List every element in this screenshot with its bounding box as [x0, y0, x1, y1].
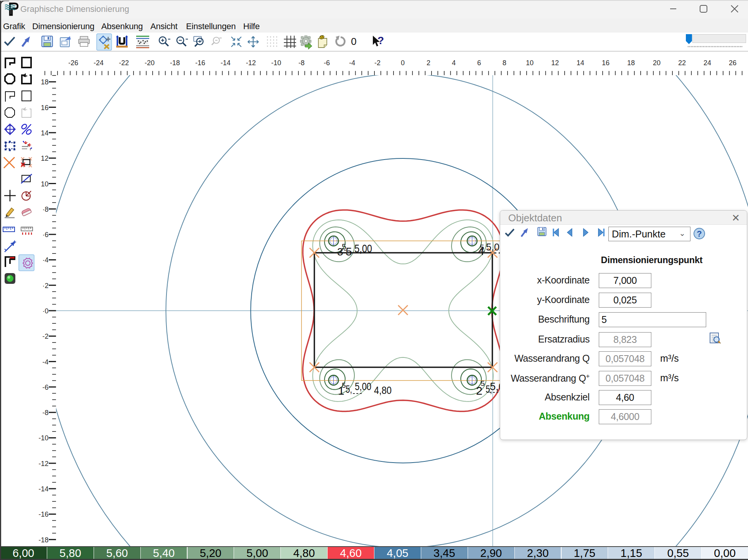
svg-text:-2: -2	[374, 59, 381, 67]
svg-text:-20: -20	[145, 59, 155, 67]
svg-text:-6: -6	[42, 384, 49, 391]
svg-text:5,00: 5,00	[355, 380, 371, 392]
svg-text:12: 12	[551, 59, 559, 67]
svg-text:26: 26	[729, 59, 736, 67]
svg-text:·8: ·8	[42, 206, 49, 213]
svg-text:16: 16	[602, 59, 610, 67]
svg-text:6: 6	[477, 59, 481, 67]
svg-text:0: 0	[401, 59, 405, 67]
svg-text:·4: ·4	[42, 256, 49, 264]
svg-text:5: 5	[480, 243, 484, 252]
svg-text:-2: -2	[42, 333, 49, 340]
svg-text:?: ?	[377, 35, 384, 46]
svg-text:-18: -18	[38, 536, 49, 544]
svg-text:-14: -14	[221, 59, 231, 67]
svg-text:-10: -10	[38, 434, 49, 442]
svg-text:20: 20	[653, 59, 661, 67]
svg-text:·6: ·6	[42, 231, 49, 239]
svg-text:5,0: 5,0	[486, 241, 499, 253]
svg-text:5,: 5,	[346, 383, 352, 395]
svg-text:?: ?	[697, 229, 702, 239]
svg-text:14: 14	[41, 129, 49, 137]
svg-text:4,80: 4,80	[374, 384, 392, 396]
svg-text:·0: ·0	[42, 307, 49, 315]
svg-text:5,00: 5,00	[354, 242, 372, 255]
svg-text:24: 24	[704, 59, 711, 67]
svg-text:-4: -4	[42, 358, 49, 366]
svg-text:-26: -26	[68, 59, 78, 67]
svg-text:-18: -18	[170, 59, 180, 67]
svg-text:·2: ·2	[42, 282, 49, 290]
svg-text:-14: -14	[38, 485, 49, 493]
svg-text:0: 0	[351, 36, 356, 47]
svg-text:16: 16	[41, 104, 49, 112]
svg-text:-24: -24	[94, 59, 104, 67]
svg-text:10: 10	[41, 180, 49, 188]
svg-text:-16: -16	[38, 511, 49, 518]
svg-text:14: 14	[577, 59, 584, 67]
svg-text:-12: -12	[246, 59, 256, 67]
svg-text:8: 8	[503, 59, 506, 67]
svg-text:-12: -12	[38, 460, 49, 468]
svg-text:10: 10	[526, 59, 534, 67]
svg-text:12: 12	[41, 155, 49, 162]
svg-text:5: 5	[342, 381, 346, 389]
svg-text:-22: -22	[119, 59, 129, 67]
svg-text:-16: -16	[195, 59, 205, 67]
svg-text:18: 18	[41, 78, 49, 86]
svg-text:5: 5	[346, 245, 352, 258]
svg-text:2: 2	[427, 59, 430, 67]
svg-text:-8: -8	[298, 59, 305, 67]
svg-text:-8: -8	[42, 409, 49, 417]
svg-text:-4: -4	[349, 59, 355, 67]
svg-text:-10: -10	[271, 59, 281, 67]
svg-text:22: 22	[678, 59, 686, 67]
svg-text:4: 4	[452, 59, 456, 67]
svg-text:18: 18	[627, 59, 635, 67]
svg-text:-6: -6	[324, 59, 330, 67]
svg-text:5: 5	[481, 379, 485, 387]
